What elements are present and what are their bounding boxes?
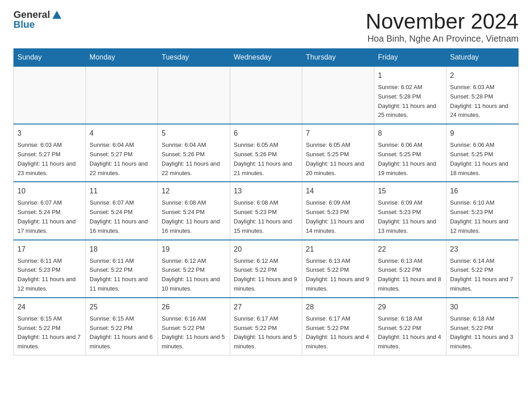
calendar-week-row: 24Sunrise: 6:15 AMSunset: 5:22 PMDayligh… — [14, 298, 519, 355]
day-number: 20 — [234, 244, 298, 255]
day-info: Sunrise: 6:09 AMSunset: 5:23 PMDaylight:… — [378, 198, 442, 235]
calendar-cell: 29Sunrise: 6:18 AMSunset: 5:22 PMDayligh… — [374, 298, 446, 355]
day-info: Sunrise: 6:13 AMSunset: 5:22 PMDaylight:… — [306, 257, 370, 294]
location-text: Hoa Binh, Nghe An Province, Vietnam — [365, 34, 519, 44]
calendar-week-row: 3Sunrise: 6:03 AMSunset: 5:27 PMDaylight… — [14, 124, 519, 182]
calendar-cell: 26Sunrise: 6:16 AMSunset: 5:22 PMDayligh… — [158, 298, 230, 355]
day-number: 23 — [450, 244, 515, 255]
day-number: 13 — [234, 186, 298, 197]
calendar-week-row: 17Sunrise: 6:11 AMSunset: 5:23 PMDayligh… — [14, 240, 519, 298]
calendar-cell: 9Sunrise: 6:06 AMSunset: 5:25 PMDaylight… — [446, 124, 519, 182]
day-of-week-header: Thursday — [302, 49, 374, 67]
day-of-week-header: Monday — [86, 49, 158, 67]
calendar-cell: 4Sunrise: 6:04 AMSunset: 5:27 PMDaylight… — [86, 124, 158, 182]
day-number: 11 — [90, 186, 154, 197]
day-number: 26 — [162, 302, 226, 313]
calendar-cell: 28Sunrise: 6:17 AMSunset: 5:22 PMDayligh… — [302, 298, 374, 355]
calendar-cell: 20Sunrise: 6:12 AMSunset: 5:22 PMDayligh… — [230, 240, 302, 298]
day-number: 25 — [90, 302, 154, 313]
day-number: 4 — [90, 128, 154, 139]
calendar-week-row: 1Sunrise: 6:02 AMSunset: 5:28 PMDaylight… — [14, 66, 519, 124]
day-of-week-header: Tuesday — [158, 49, 230, 67]
day-info: Sunrise: 6:15 AMSunset: 5:22 PMDaylight:… — [17, 314, 82, 351]
day-number: 9 — [450, 128, 515, 139]
day-number: 7 — [306, 128, 370, 139]
calendar-cell: 17Sunrise: 6:11 AMSunset: 5:23 PMDayligh… — [14, 240, 86, 298]
day-info: Sunrise: 6:04 AMSunset: 5:26 PMDaylight:… — [162, 141, 226, 178]
day-info: Sunrise: 6:11 AMSunset: 5:23 PMDaylight:… — [17, 257, 82, 294]
calendar-cell: 1Sunrise: 6:02 AMSunset: 5:28 PMDaylight… — [374, 66, 446, 124]
day-info: Sunrise: 6:06 AMSunset: 5:25 PMDaylight:… — [378, 141, 442, 178]
month-title: November 2024 — [365, 9, 519, 34]
day-number: 19 — [162, 244, 226, 255]
day-info: Sunrise: 6:15 AMSunset: 5:22 PMDaylight:… — [90, 314, 154, 351]
calendar-cell: 24Sunrise: 6:15 AMSunset: 5:22 PMDayligh… — [14, 298, 86, 355]
calendar-cell — [302, 66, 374, 124]
calendar-cell — [14, 66, 86, 124]
day-number: 12 — [162, 186, 226, 197]
day-number: 6 — [234, 128, 298, 139]
day-info: Sunrise: 6:18 AMSunset: 5:22 PMDaylight:… — [450, 314, 515, 351]
day-number: 10 — [17, 186, 82, 197]
days-of-week-row: SundayMondayTuesdayWednesdayThursdayFrid… — [14, 49, 519, 67]
day-number: 15 — [378, 186, 442, 197]
day-of-week-header: Wednesday — [230, 49, 302, 67]
calendar-cell: 10Sunrise: 6:07 AMSunset: 5:24 PMDayligh… — [14, 182, 86, 240]
day-info: Sunrise: 6:03 AMSunset: 5:28 PMDaylight:… — [450, 83, 515, 120]
calendar-cell — [230, 66, 302, 124]
day-number: 8 — [378, 128, 442, 139]
day-number: 18 — [90, 244, 154, 255]
day-info: Sunrise: 6:05 AMSunset: 5:26 PMDaylight:… — [234, 141, 298, 178]
day-number: 27 — [234, 302, 298, 313]
day-number: 5 — [162, 128, 226, 139]
day-info: Sunrise: 6:02 AMSunset: 5:28 PMDaylight:… — [378, 83, 442, 120]
day-number: 3 — [17, 128, 82, 139]
calendar-cell: 7Sunrise: 6:05 AMSunset: 5:25 PMDaylight… — [302, 124, 374, 182]
calendar-table: SundayMondayTuesdayWednesdayThursdayFrid… — [13, 48, 519, 355]
day-info: Sunrise: 6:11 AMSunset: 5:22 PMDaylight:… — [90, 257, 154, 294]
day-number: 22 — [378, 244, 442, 255]
day-of-week-header: Friday — [374, 49, 446, 67]
calendar-cell: 16Sunrise: 6:10 AMSunset: 5:23 PMDayligh… — [446, 182, 519, 240]
page-header: General Blue November 2024 Hoa Binh, Ngh… — [13, 9, 519, 44]
calendar-cell: 5Sunrise: 6:04 AMSunset: 5:26 PMDaylight… — [158, 124, 230, 182]
title-section: November 2024 Hoa Binh, Nghe An Province… — [365, 9, 519, 44]
day-number: 29 — [378, 302, 442, 313]
logo-blue-text: Blue — [13, 19, 35, 30]
calendar-cell: 12Sunrise: 6:08 AMSunset: 5:24 PMDayligh… — [158, 182, 230, 240]
day-info: Sunrise: 6:06 AMSunset: 5:25 PMDaylight:… — [450, 141, 515, 178]
calendar-cell: 3Sunrise: 6:03 AMSunset: 5:27 PMDaylight… — [14, 124, 86, 182]
calendar-cell: 30Sunrise: 6:18 AMSunset: 5:22 PMDayligh… — [446, 298, 519, 355]
day-info: Sunrise: 6:07 AMSunset: 5:24 PMDaylight:… — [17, 198, 82, 235]
day-info: Sunrise: 6:16 AMSunset: 5:22 PMDaylight:… — [162, 314, 226, 351]
day-info: Sunrise: 6:04 AMSunset: 5:27 PMDaylight:… — [90, 141, 154, 178]
day-info: Sunrise: 6:10 AMSunset: 5:23 PMDaylight:… — [450, 198, 515, 235]
calendar-cell: 2Sunrise: 6:03 AMSunset: 5:28 PMDaylight… — [446, 66, 519, 124]
day-info: Sunrise: 6:09 AMSunset: 5:23 PMDaylight:… — [306, 198, 370, 235]
day-info: Sunrise: 6:17 AMSunset: 5:22 PMDaylight:… — [234, 314, 298, 351]
day-number: 17 — [17, 244, 82, 255]
day-number: 14 — [306, 186, 370, 197]
day-info: Sunrise: 6:08 AMSunset: 5:23 PMDaylight:… — [234, 198, 298, 235]
day-info: Sunrise: 6:12 AMSunset: 5:22 PMDaylight:… — [162, 257, 226, 294]
day-info: Sunrise: 6:08 AMSunset: 5:24 PMDaylight:… — [162, 198, 226, 235]
day-number: 21 — [306, 244, 370, 255]
calendar-cell: 27Sunrise: 6:17 AMSunset: 5:22 PMDayligh… — [230, 298, 302, 355]
day-number: 16 — [450, 186, 515, 197]
calendar-cell: 14Sunrise: 6:09 AMSunset: 5:23 PMDayligh… — [302, 182, 374, 240]
day-number: 30 — [450, 302, 515, 313]
calendar-cell: 11Sunrise: 6:07 AMSunset: 5:24 PMDayligh… — [86, 182, 158, 240]
day-info: Sunrise: 6:17 AMSunset: 5:22 PMDaylight:… — [306, 314, 370, 351]
day-info: Sunrise: 6:14 AMSunset: 5:22 PMDaylight:… — [450, 257, 515, 294]
day-of-week-header: Saturday — [446, 49, 519, 67]
logo: General Blue — [13, 9, 61, 30]
calendar-cell: 22Sunrise: 6:13 AMSunset: 5:22 PMDayligh… — [374, 240, 446, 298]
day-number: 24 — [17, 302, 82, 313]
calendar-cell: 19Sunrise: 6:12 AMSunset: 5:22 PMDayligh… — [158, 240, 230, 298]
logo-triangle-icon — [52, 11, 61, 19]
calendar-cell: 6Sunrise: 6:05 AMSunset: 5:26 PMDaylight… — [230, 124, 302, 182]
calendar-cell: 8Sunrise: 6:06 AMSunset: 5:25 PMDaylight… — [374, 124, 446, 182]
day-number: 2 — [450, 70, 515, 81]
day-info: Sunrise: 6:07 AMSunset: 5:24 PMDaylight:… — [90, 198, 154, 235]
calendar-cell: 13Sunrise: 6:08 AMSunset: 5:23 PMDayligh… — [230, 182, 302, 240]
